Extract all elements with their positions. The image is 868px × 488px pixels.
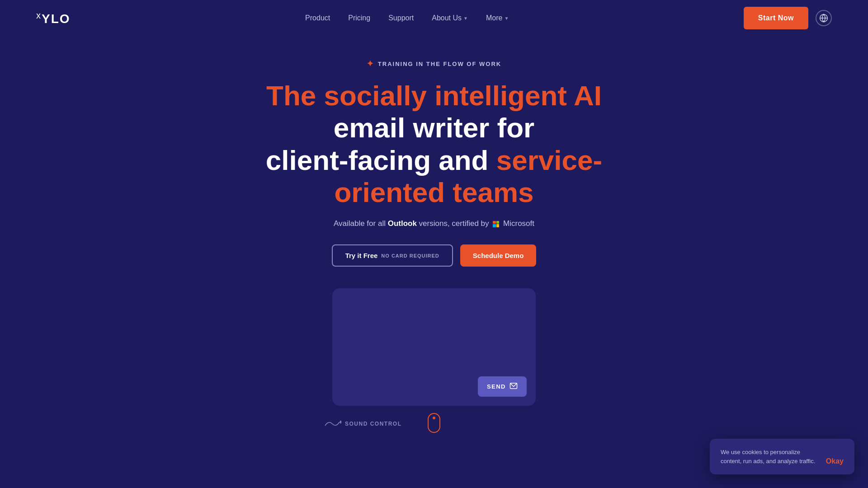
nav-pricing[interactable]: Pricing: [348, 14, 370, 22]
star-icon: ✦: [367, 59, 374, 69]
cookie-text: We use cookies to personalize content, r…: [721, 448, 819, 465]
logo[interactable]: xYLO: [36, 10, 71, 26]
nav-more[interactable]: More ▼: [486, 14, 509, 22]
send-button[interactable]: SEND: [478, 376, 527, 397]
hero-badge: ✦ TRAINING IN THE FLOW OF WORK: [367, 59, 501, 69]
navbar: xYLO Product Pricing Support About Us ▼ …: [0, 0, 868, 36]
nav-links: Product Pricing Support About Us ▼ More …: [305, 14, 509, 22]
demo-box: SEND: [332, 288, 536, 406]
hero-section: ✦ TRAINING IN THE FLOW OF WORK The socia…: [0, 36, 868, 446]
hero-title-line2: email writer for: [334, 112, 534, 143]
hero-title: The socially intelligent AI email writer…: [253, 80, 615, 208]
globe-icon[interactable]: [816, 10, 832, 26]
demo-container: SEND SOUND CONTROL: [332, 288, 536, 406]
svg-marker-4: [340, 421, 341, 423]
envelope-icon: [509, 382, 518, 391]
nav-about[interactable]: About Us ▼: [432, 14, 468, 22]
cookie-okay-button[interactable]: Okay: [826, 457, 844, 465]
schedule-demo-button[interactable]: Schedule Demo: [460, 244, 537, 267]
hero-title-line1: The socially intelligent AI: [266, 80, 602, 111]
scroll-indicator[interactable]: [428, 413, 440, 433]
cookie-banner: We use cookies to personalize content, r…: [710, 439, 854, 474]
hero-title-line3a: client-facing and: [266, 145, 489, 176]
try-free-button[interactable]: Try it Free NO CARD REQUIRED: [332, 244, 453, 267]
nav-product[interactable]: Product: [305, 14, 330, 22]
hero-subtitle: Available for all Outlook versions, cert…: [334, 219, 534, 228]
scroll-dot: [433, 417, 435, 419]
chevron-down-icon: ▼: [504, 16, 509, 21]
cta-buttons: Try it Free NO CARD REQUIRED Schedule De…: [332, 244, 537, 267]
nav-right: Start Now: [744, 7, 832, 29]
chevron-down-icon: ▼: [463, 16, 468, 21]
start-now-button[interactable]: Start Now: [744, 7, 808, 29]
nav-support[interactable]: Support: [388, 14, 414, 22]
microsoft-icon: [493, 221, 499, 227]
sound-control: SOUND CONTROL: [323, 418, 402, 429]
